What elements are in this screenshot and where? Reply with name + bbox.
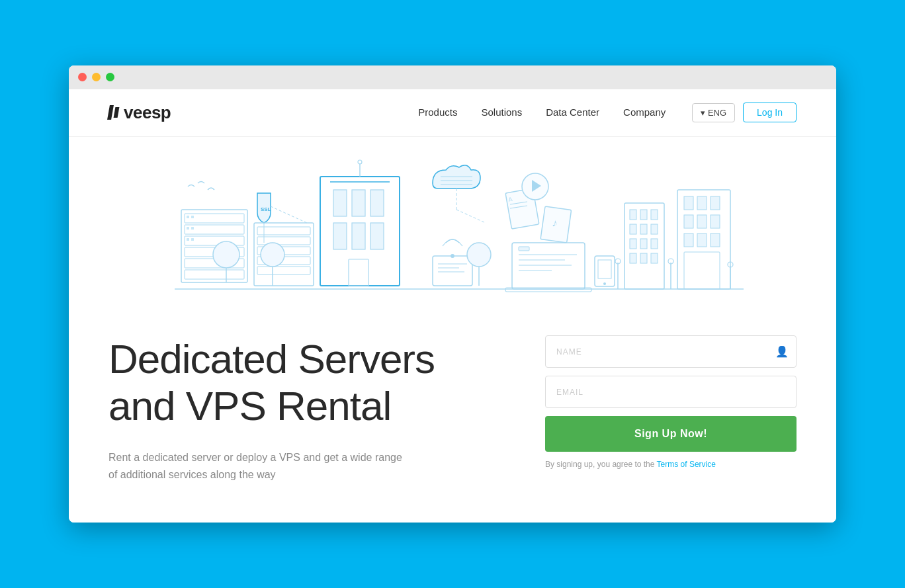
svg-point-24 — [261, 243, 284, 267]
svg-rect-76 — [651, 239, 658, 249]
svg-rect-85 — [697, 215, 707, 228]
language-selector[interactable]: ▾ ENG — [692, 103, 735, 122]
hero-illustration: SSL — [69, 137, 836, 309]
svg-rect-70 — [651, 210, 658, 220]
email-input[interactable] — [545, 376, 797, 408]
svg-rect-78 — [640, 253, 647, 263]
svg-rect-90 — [684, 252, 720, 289]
svg-rect-63 — [519, 247, 529, 251]
svg-rect-75 — [640, 239, 647, 249]
maximize-button[interactable] — [106, 73, 114, 81]
svg-rect-82 — [697, 196, 707, 210]
main-content: Dedicated Servers and VPS Rental Rent a … — [69, 309, 836, 497]
svg-rect-73 — [651, 224, 658, 234]
close-button[interactable] — [78, 73, 87, 81]
login-button[interactable]: Log In — [743, 103, 797, 122]
svg-rect-31 — [352, 223, 365, 249]
svg-rect-89 — [711, 233, 720, 247]
svg-rect-68 — [630, 210, 636, 220]
signup-form: 👤 Sign Up Now! By signing up, you agree … — [545, 335, 797, 469]
svg-point-13 — [213, 241, 239, 268]
svg-rect-81 — [684, 196, 693, 210]
main-nav: veesp Products Solutions Data Center Com… — [69, 89, 836, 137]
svg-rect-0 — [181, 210, 247, 282]
svg-rect-5 — [187, 227, 189, 230]
nav-products[interactable]: Products — [418, 106, 457, 118]
logo-text: veesp — [124, 103, 171, 123]
signup-button[interactable]: Sign Up Now! — [545, 416, 797, 452]
svg-point-43 — [451, 254, 454, 258]
svg-rect-28 — [352, 190, 365, 216]
browser-titlebar — [69, 65, 836, 89]
svg-rect-86 — [711, 215, 720, 228]
minimize-button[interactable] — [92, 73, 101, 81]
terms-link[interactable]: Terms of Service — [657, 460, 716, 469]
svg-rect-32 — [370, 223, 384, 249]
svg-rect-83 — [711, 196, 720, 210]
svg-rect-30 — [333, 223, 347, 249]
logo-icon — [108, 105, 118, 120]
svg-line-41 — [456, 210, 486, 223]
svg-point-66 — [603, 282, 606, 285]
logo[interactable]: veesp — [108, 103, 171, 123]
svg-rect-8 — [187, 238, 189, 241]
page-content: veesp Products Solutions Data Center Com… — [69, 89, 836, 523]
svg-rect-6 — [191, 227, 194, 230]
terms-text: By signing up, you agree to the Terms of… — [545, 460, 797, 469]
svg-rect-29 — [370, 190, 384, 216]
person-icon: 👤 — [775, 345, 789, 358]
svg-rect-19 — [257, 227, 310, 235]
svg-rect-2 — [187, 216, 189, 218]
svg-rect-27 — [333, 190, 347, 216]
svg-rect-74 — [630, 239, 636, 249]
svg-point-55 — [467, 243, 491, 267]
headline-section: Dedicated Servers and VPS Rental Rent a … — [108, 335, 505, 483]
nav-links: Products Solutions Data Center Company — [418, 106, 666, 118]
svg-line-16 — [271, 206, 307, 223]
page-title: Dedicated Servers and VPS Rental — [108, 335, 505, 430]
page-subtitle: Rent a dedicated server or deploy a VPS … — [108, 449, 413, 483]
svg-rect-65 — [598, 260, 611, 278]
svg-text:SSL: SSL — [261, 206, 271, 212]
svg-rect-9 — [191, 238, 194, 241]
svg-rect-23 — [257, 267, 310, 274]
svg-rect-71 — [630, 224, 636, 234]
nav-solutions[interactable]: Solutions — [481, 106, 522, 118]
browser-window: veesp Products Solutions Data Center Com… — [69, 65, 836, 523]
nav-datacenter[interactable]: Data Center — [546, 106, 599, 118]
svg-rect-88 — [697, 233, 707, 247]
svg-rect-69 — [640, 210, 647, 220]
illustration-svg: SSL — [155, 157, 750, 302]
svg-rect-34 — [349, 259, 368, 286]
nav-company[interactable]: Company — [623, 106, 666, 118]
nav-actions: ▾ ENG Log In — [692, 103, 797, 122]
svg-rect-84 — [684, 215, 693, 228]
svg-rect-20 — [257, 237, 310, 245]
name-input[interactable] — [545, 335, 797, 368]
svg-rect-72 — [640, 224, 647, 234]
email-field-wrapper — [545, 376, 797, 408]
svg-rect-58 — [505, 288, 591, 292]
svg-rect-42 — [433, 256, 472, 286]
svg-rect-3 — [191, 216, 194, 218]
name-field-wrapper: 👤 — [545, 335, 797, 368]
svg-rect-87 — [684, 233, 693, 247]
svg-rect-79 — [651, 253, 658, 263]
svg-rect-77 — [630, 253, 636, 263]
svg-rect-12 — [185, 270, 244, 279]
